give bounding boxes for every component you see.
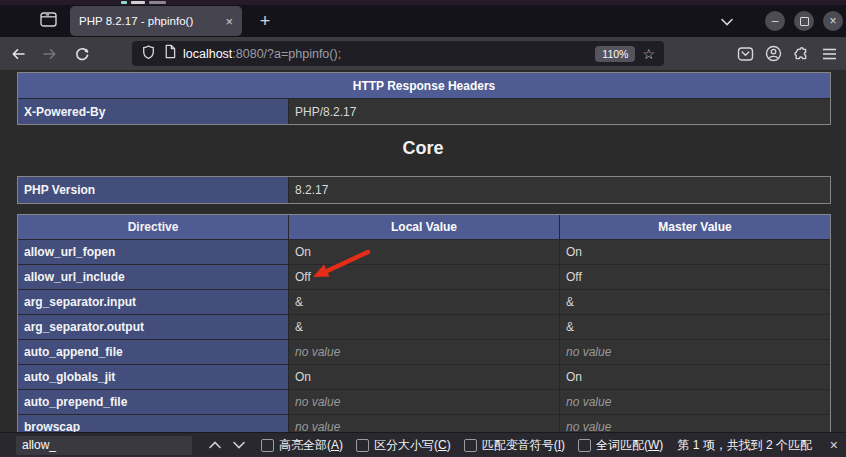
page-info-icon[interactable] bbox=[163, 44, 176, 63]
firefox-view-button[interactable] bbox=[36, 9, 60, 33]
checkbox-label: 区分大小写 bbox=[374, 438, 434, 452]
local-value: no value bbox=[288, 340, 559, 364]
directive-name: allow_url_include bbox=[18, 265, 288, 289]
table-row: arg_separator.input & & bbox=[18, 289, 830, 314]
master-value: no value bbox=[559, 340, 830, 364]
checkbox-label: 高亮全部 bbox=[279, 438, 327, 452]
forward-arrow-icon bbox=[42, 46, 58, 62]
local-value: & bbox=[288, 290, 559, 314]
directive-value: 8.2.17 bbox=[288, 177, 830, 203]
navigation-toolbar: localhost:8080/?a=phpinfo(); 110% ☆ bbox=[0, 37, 846, 70]
checkbox-icon[interactable] bbox=[464, 439, 477, 452]
pocket-icon bbox=[737, 46, 754, 62]
local-value: no value bbox=[288, 390, 559, 414]
checkbox-icon[interactable] bbox=[356, 439, 369, 452]
url-host: localhost bbox=[183, 47, 232, 61]
highlight-all-checkbox[interactable]: 高亮全部A bbox=[261, 437, 343, 454]
column-header-master-value: Master Value bbox=[559, 215, 830, 239]
directive-name: auto_prepend_file bbox=[18, 390, 288, 414]
tab-bar: PHP 8.2.17 - phpinfo() × + – × bbox=[0, 5, 846, 37]
column-header-directive: Directive bbox=[18, 215, 288, 239]
url-text[interactable]: localhost:8080/?a=phpinfo(); bbox=[183, 47, 588, 61]
account-button[interactable] bbox=[761, 42, 785, 66]
new-tab-button[interactable]: + bbox=[252, 8, 278, 34]
window-controls: – × bbox=[765, 11, 843, 31]
directive-name: auto_globals_jit bbox=[18, 365, 288, 389]
column-header-local-value: Local Value bbox=[288, 215, 559, 239]
directive-name: arg_separator.output bbox=[18, 315, 288, 339]
find-previous-button[interactable] bbox=[206, 436, 224, 454]
back-button[interactable] bbox=[6, 42, 30, 66]
master-value: Off bbox=[559, 265, 830, 289]
http-response-headers-table: HTTP Response Headers X-Powered-By PHP/8… bbox=[17, 72, 831, 125]
directive-name: auto_append_file bbox=[18, 340, 288, 364]
extensions-button[interactable] bbox=[789, 42, 813, 66]
section-heading-core: Core bbox=[0, 138, 846, 159]
checkbox-icon[interactable] bbox=[261, 439, 274, 452]
table-row: auto_globals_jit On On bbox=[18, 364, 830, 389]
tab-php-phpinfo[interactable]: PHP 8.2.17 - phpinfo() × bbox=[70, 6, 242, 36]
core-directives-table: Directive Local Value Master Value allow… bbox=[17, 214, 831, 432]
list-all-tabs-button[interactable] bbox=[715, 9, 739, 33]
hamburger-menu-icon bbox=[822, 48, 837, 60]
table-row: auto_append_file no value no value bbox=[18, 339, 830, 364]
url-bar[interactable]: localhost:8080/?a=phpinfo(); 110% ☆ bbox=[132, 41, 664, 66]
directive-name: X-Powered-By bbox=[18, 99, 288, 124]
find-input[interactable] bbox=[16, 436, 192, 455]
background-text-fragment bbox=[121, 1, 127, 4]
match-case-checkbox[interactable]: 区分大小写C bbox=[356, 437, 451, 454]
table-row: allow_url_include Off Off bbox=[18, 264, 830, 289]
chevron-up-icon bbox=[209, 441, 221, 449]
master-value: & bbox=[559, 315, 830, 339]
reload-button[interactable] bbox=[70, 42, 94, 66]
zoom-level-badge[interactable]: 110% bbox=[595, 46, 635, 62]
master-value: On bbox=[559, 240, 830, 264]
minimize-button[interactable]: – bbox=[765, 11, 785, 31]
find-close-icon[interactable]: × bbox=[830, 438, 838, 452]
table-row: allow_url_fopen On On bbox=[18, 239, 830, 264]
forward-button[interactable] bbox=[38, 42, 62, 66]
checkbox-icon[interactable] bbox=[578, 439, 591, 452]
local-value: On bbox=[288, 365, 559, 389]
table-row: PHP Version 8.2.17 bbox=[18, 177, 830, 203]
directive-value: PHP/8.2.17 bbox=[288, 99, 830, 124]
menu-button[interactable] bbox=[817, 42, 841, 66]
directive-name: browscap bbox=[18, 415, 288, 432]
chevron-down-icon bbox=[721, 12, 733, 30]
find-next-button[interactable] bbox=[230, 436, 248, 454]
find-bar: 高亮全部A 区分大小写C 匹配变音符号I 全词匹配W 第 1 项，共找到 2 个… bbox=[0, 432, 846, 457]
table-row: auto_prepend_file no value no value bbox=[18, 389, 830, 414]
maximize-button[interactable] bbox=[794, 11, 814, 31]
master-value: & bbox=[559, 290, 830, 314]
table-row: X-Powered-By PHP/8.2.17 bbox=[18, 98, 830, 124]
reload-icon bbox=[74, 46, 90, 62]
puzzle-piece-icon bbox=[793, 46, 809, 62]
pocket-button[interactable] bbox=[733, 42, 757, 66]
tab-close-icon[interactable]: × bbox=[225, 15, 233, 28]
match-diacritics-checkbox[interactable]: 匹配变音符号I bbox=[464, 437, 565, 454]
table-row: arg_separator.output & & bbox=[18, 314, 830, 339]
bookmark-star-icon[interactable]: ☆ bbox=[642, 47, 655, 61]
table-header-row: Directive Local Value Master Value bbox=[18, 215, 830, 239]
url-path: :8080/?a=phpinfo(); bbox=[232, 47, 341, 61]
directive-name: arg_separator.input bbox=[18, 290, 288, 314]
checkbox-label: 匹配变音符号 bbox=[482, 438, 554, 452]
background-text-fragment bbox=[149, 1, 166, 4]
master-value: no value bbox=[559, 390, 830, 414]
local-value: & bbox=[288, 315, 559, 339]
table-row: browscap no value no value bbox=[18, 414, 830, 432]
table-section-header: HTTP Response Headers bbox=[18, 73, 830, 98]
annotation-arrow bbox=[298, 246, 382, 288]
php-version-table: PHP Version 8.2.17 bbox=[17, 176, 831, 204]
master-value: no value bbox=[559, 415, 830, 432]
maximize-icon bbox=[800, 17, 809, 26]
chevron-down-icon bbox=[233, 441, 245, 449]
local-value: no value bbox=[288, 415, 559, 432]
directive-name: allow_url_fopen bbox=[18, 240, 288, 264]
close-window-button[interactable]: × bbox=[823, 11, 843, 31]
tracking-protection-shield-icon[interactable] bbox=[141, 44, 156, 64]
tab-title: PHP 8.2.17 - phpinfo() bbox=[79, 15, 219, 27]
firefox-view-icon bbox=[40, 12, 57, 31]
back-arrow-icon bbox=[10, 46, 26, 62]
whole-words-checkbox[interactable]: 全词匹配W bbox=[578, 437, 663, 454]
